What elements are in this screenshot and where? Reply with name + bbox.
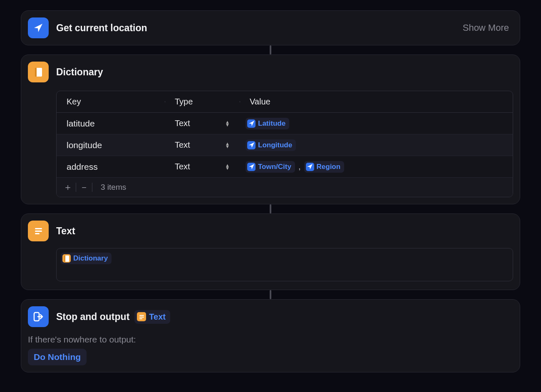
dictionary-icon (62, 254, 71, 263)
location-icon (28, 17, 49, 38)
dictionary-table: Key Type Value latitude Text ▲▼ Latitude… (56, 91, 513, 197)
connector (270, 290, 271, 299)
value-cell[interactable]: Latitude (240, 118, 513, 129)
key-cell[interactable]: latitude (57, 119, 165, 129)
table-header: Key Type Value (57, 91, 513, 113)
variable-token-text[interactable]: Text (134, 310, 170, 324)
location-icon (247, 119, 256, 128)
action-dictionary: Dictionary Key Type Value latitude Text … (21, 55, 520, 204)
key-cell[interactable]: address (57, 162, 165, 172)
dictionary-icon (28, 62, 49, 82)
location-icon (247, 163, 256, 171)
type-stepper-icon[interactable]: ▲▼ (225, 164, 230, 170)
fallback-option[interactable]: Do Nothing (28, 349, 87, 365)
location-icon (306, 163, 314, 171)
col-type: Type (165, 97, 240, 107)
show-more-button[interactable]: Show More (463, 22, 513, 33)
value-cell[interactable]: Town/City , Region (240, 161, 513, 173)
remove-row-button[interactable]: － (78, 181, 90, 194)
divider (92, 183, 92, 192)
variable-token-dictionary[interactable]: Dictionary (61, 253, 112, 264)
separator: , (298, 162, 302, 171)
action-title: Get current location (56, 22, 147, 34)
variable-token-town[interactable]: Town/City (246, 161, 295, 173)
variable-token-latitude[interactable]: Latitude (246, 118, 289, 129)
variable-token-region[interactable]: Region (304, 161, 345, 173)
action-title: Text (56, 226, 75, 237)
variable-token-longitude[interactable]: Longitude (246, 139, 296, 151)
action-get-location: Get current location Show More (21, 10, 520, 45)
col-key: Key (57, 97, 165, 107)
type-stepper-icon[interactable]: ▲▼ (225, 121, 230, 127)
connector (270, 204, 271, 213)
add-row-button[interactable]: ＋ (62, 181, 74, 194)
fallback-label: If there's nowhere to output: (28, 335, 513, 345)
item-count: 3 items (101, 183, 126, 192)
table-row: address Text ▲▼ Town/City , Region (57, 156, 513, 178)
text-lines-icon (137, 312, 146, 321)
type-cell[interactable]: Text ▲▼ (165, 140, 240, 150)
exit-icon (28, 306, 49, 327)
type-stepper-icon[interactable]: ▲▼ (225, 142, 230, 148)
value-cell[interactable]: Longitude (240, 139, 513, 151)
text-icon (28, 221, 49, 241)
table-footer: ＋ － 3 items (57, 178, 513, 197)
action-title: Dictionary (56, 67, 103, 78)
type-cell[interactable]: Text ▲▼ (165, 162, 240, 171)
key-cell[interactable]: longitude (57, 140, 165, 150)
connector (270, 45, 271, 55)
col-value: Value (240, 97, 513, 107)
type-cell[interactable]: Text ▲▼ (165, 119, 240, 128)
text-content-field[interactable]: Dictionary (56, 248, 513, 281)
action-stop-output: Stop and output Text If there's nowhere … (21, 299, 520, 372)
location-icon (247, 141, 256, 149)
table-row: latitude Text ▲▼ Latitude (57, 113, 513, 134)
divider (76, 183, 76, 192)
action-text: Text Dictionary (21, 213, 520, 290)
action-title: Stop and output Text (56, 310, 170, 324)
table-row: longitude Text ▲▼ Longitude (57, 134, 513, 156)
